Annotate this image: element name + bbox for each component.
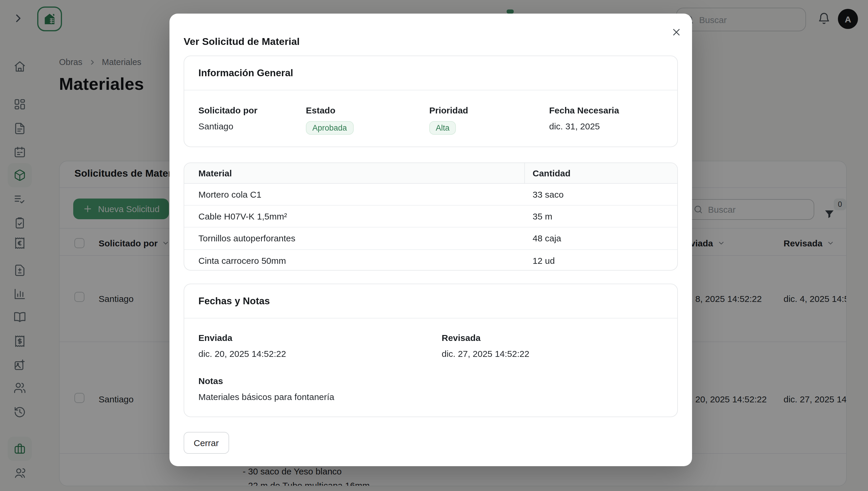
ver-solicitud-modal: Ver Solicitud de Material Información Ge…	[169, 13, 692, 466]
field-enviada: Enviada dic. 20, 2025 14:52:22	[198, 333, 286, 359]
material-row: Cinta carrocero 50mm 12 ud	[184, 250, 677, 270]
material-row: Mortero cola C1 33 saco	[184, 184, 677, 206]
materials-table-header: Material Cantidad	[184, 163, 677, 184]
material-row: Cable H07V-K 1,5mm² 35 m	[184, 206, 677, 228]
material-row: Tornillos autoperforantes 48 caja	[184, 228, 677, 250]
info-general-title: Información General	[184, 56, 677, 90]
field-revisada: Revisada dic. 27, 2025 14:52:22	[442, 333, 529, 359]
field-prioridad: Prioridad Alta	[429, 105, 468, 135]
column-divider	[524, 163, 525, 183]
app-root: A Obras Materiales Materiales Solicitude…	[0, 0, 868, 491]
info-general-card: Información General Solicitado por Santi…	[184, 56, 678, 147]
field-notas: Notas Materiales básicos para fontanería	[198, 376, 334, 402]
field-estado: Estado Aprobada	[306, 105, 353, 135]
cerrar-button[interactable]: Cerrar	[184, 432, 229, 454]
header-material: Material	[198, 168, 232, 178]
prioridad-badge: Alta	[429, 121, 456, 135]
estado-badge: Aprobada	[306, 121, 353, 135]
fechas-notas-card: Fechas y Notas Enviada dic. 20, 2025 14:…	[184, 284, 678, 417]
modal-close-button[interactable]	[669, 24, 684, 39]
modal-title: Ver Solicitud de Material	[184, 36, 300, 48]
header-cantidad: Cantidad	[533, 168, 570, 178]
fechas-notas-title: Fechas y Notas	[184, 284, 677, 318]
field-solicitado-por: Solicitado por Santiago	[198, 105, 257, 131]
close-icon	[671, 26, 682, 37]
materials-table-card: Material Cantidad Mortero cola C1 33 sac…	[184, 163, 678, 270]
field-fecha-necesaria: Fecha Necesaria dic. 31, 2025	[549, 105, 619, 131]
